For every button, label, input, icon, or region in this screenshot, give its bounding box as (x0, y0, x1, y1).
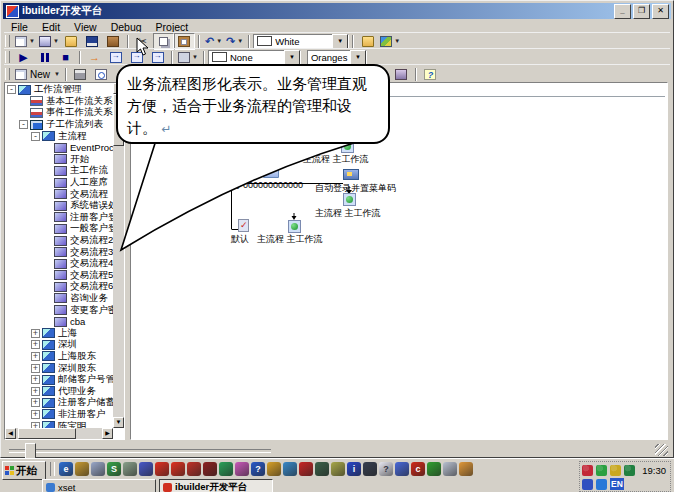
white-combo[interactable]: White▼ (253, 34, 349, 49)
toolbox-icon[interactable] (267, 462, 281, 476)
flame-2-icon[interactable] (171, 462, 185, 476)
chevron-down-icon[interactable]: ▼ (284, 50, 300, 65)
dark-green-icon[interactable] (315, 462, 329, 476)
ant-icon[interactable] (187, 462, 201, 476)
menu-edit[interactable]: Edit (35, 21, 67, 33)
expand-icon[interactable]: + (31, 364, 40, 373)
expand-icon[interactable]: + (31, 340, 40, 349)
help-button[interactable]: ? (420, 66, 441, 83)
taskbar-window-xset[interactable]: xset (42, 479, 156, 492)
scroll-right-icon[interactable]: ▶ (102, 428, 113, 439)
pointer-button[interactable]: ▼ (176, 49, 200, 66)
tree-item[interactable]: -子工作流列表 (5, 119, 113, 131)
collapse-icon[interactable]: - (31, 132, 40, 141)
antivirus-tray-icon[interactable] (596, 465, 607, 476)
expand-icon[interactable]: + (31, 398, 40, 407)
zoom-slider-track[interactable] (9, 449, 271, 453)
world-icon[interactable] (75, 462, 89, 476)
tree-item[interactable]: 基本工作流关系图 (5, 96, 113, 108)
chevron-down-icon[interactable]: ▼ (216, 38, 222, 44)
save-button[interactable] (82, 33, 103, 50)
tree-item[interactable]: 注册客户登录 (5, 212, 113, 224)
tree-item[interactable]: +非注册客户 (5, 409, 113, 421)
ie-icon[interactable]: e (59, 462, 73, 476)
netmeeting-icon[interactable] (91, 462, 105, 476)
tree-item[interactable]: 主工作流 (5, 165, 113, 177)
chevron-down-icon[interactable]: ▼ (54, 71, 60, 77)
horizontal-scroll-thumb[interactable] (18, 428, 76, 439)
tree-item[interactable]: -工作流管理 (5, 84, 113, 96)
print-button[interactable] (70, 66, 91, 83)
step-into-button[interactable] (105, 49, 126, 66)
go-arrow-button[interactable]: → (84, 49, 105, 66)
monitor-dark-icon[interactable] (363, 462, 377, 476)
new-window-button[interactable]: ▼ (37, 33, 61, 50)
tree-item[interactable]: EventProcess (5, 142, 113, 154)
display-tray-icon[interactable] (582, 479, 593, 490)
new-page-button[interactable]: ▼ (13, 33, 37, 50)
open-folder2-button[interactable] (357, 33, 378, 50)
collapse-icon[interactable]: - (19, 120, 28, 129)
node-main-bottom-icon[interactable] (288, 220, 301, 233)
restore-button[interactable]: ❐ (633, 4, 650, 19)
scroll-left-icon[interactable]: ◀ (5, 428, 16, 439)
minimize-button[interactable]: _ (614, 4, 631, 19)
expand-icon[interactable]: + (31, 329, 40, 338)
redo-button[interactable]: ↷▼ (224, 33, 245, 50)
language-indicator[interactable]: EN (610, 478, 624, 490)
chevron-down-icon[interactable]: ▼ (192, 54, 198, 60)
fox-icon[interactable] (395, 462, 409, 476)
play-button[interactable]: ▶ (13, 49, 34, 66)
keys-icon[interactable] (331, 462, 345, 476)
tree-item[interactable]: 咨询业务 (5, 293, 113, 305)
expand-icon[interactable]: + (31, 352, 40, 361)
tree-item[interactable]: 交易流程3 (5, 246, 113, 258)
tree-item[interactable]: +深圳股东 (5, 362, 113, 374)
pause-button[interactable] (34, 49, 55, 66)
image-button[interactable]: ▼ (378, 33, 402, 50)
menu-view[interactable]: View (67, 21, 104, 33)
copy-button[interactable] (153, 33, 174, 50)
package-button[interactable] (103, 33, 124, 50)
tree-item[interactable]: +邮储客户号管理 (5, 374, 113, 386)
step-out-button[interactable] (147, 49, 168, 66)
menu-file[interactable]: File (4, 21, 35, 33)
tree-item[interactable]: 交易流程6 (5, 281, 113, 293)
sharing-icon[interactable]: S (107, 462, 121, 476)
new-doc-button[interactable]: New▼ (13, 66, 62, 83)
swirl-icon[interactable] (235, 462, 249, 476)
tree-item[interactable]: +上海股东 (5, 351, 113, 363)
share-tray-icon[interactable] (582, 465, 593, 476)
green-grid-icon[interactable] (427, 462, 441, 476)
finder-icon[interactable] (443, 462, 457, 476)
preview-button[interactable] (91, 66, 112, 83)
chevron-down-icon[interactable]: ▼ (332, 34, 348, 49)
blue-ball-icon[interactable] (283, 462, 297, 476)
toolbar-grip[interactable] (5, 68, 10, 80)
tree-item[interactable]: 交易流程4 (5, 258, 113, 270)
bird-icon[interactable] (203, 462, 217, 476)
red-c-icon[interactable]: c (411, 462, 425, 476)
toolbar-grip[interactable] (5, 35, 10, 47)
tree-item[interactable]: 交易流程5 (5, 270, 113, 282)
tree-item[interactable]: cba (5, 316, 113, 328)
cut-button[interactable]: ✂ (132, 33, 153, 50)
acrobat-icon[interactable] (299, 462, 313, 476)
tree-item[interactable]: +陈宝明 (5, 420, 113, 428)
green-screen-icon[interactable] (219, 462, 233, 476)
tree-item[interactable]: +代理业务 (5, 385, 113, 397)
volume-tray-icon[interactable] (610, 465, 621, 476)
open-folder-button[interactable] (61, 33, 82, 50)
tree-item[interactable]: 变更客户密码 (5, 304, 113, 316)
info-icon[interactable]: i (347, 462, 361, 476)
tree-item[interactable]: 开始 (5, 154, 113, 166)
zoom-slider-thumb[interactable] (25, 443, 36, 459)
tree-item[interactable]: +深圳 (5, 339, 113, 351)
expand-icon[interactable]: + (31, 410, 40, 419)
tree-item[interactable]: 系统错误处理 (5, 200, 113, 212)
node-auto-login-icon[interactable] (343, 169, 359, 180)
collapse-icon[interactable]: - (7, 85, 16, 94)
tree-item[interactable]: +上海 (5, 327, 113, 339)
tree-item[interactable]: +注册客户储蓄业务 (5, 397, 113, 409)
doc-question-icon[interactable]: ? (379, 462, 393, 476)
